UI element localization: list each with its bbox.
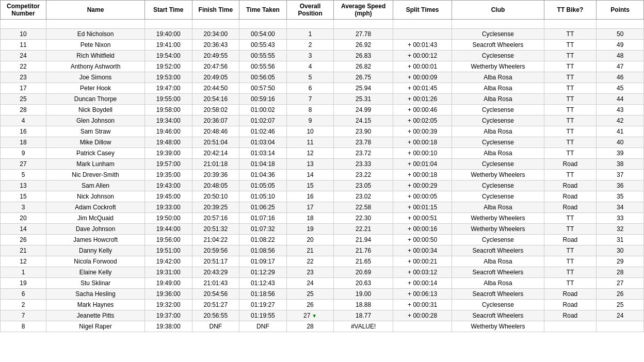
cell-competitor-number: 7 [1,310,46,321]
cell-club: Wetherby Wheelers [452,224,544,235]
cell-competitor-number: 21 [1,245,46,256]
cell-average-speed: 24.15 [334,116,393,126]
cell-time-taken: 01:07:32 [239,224,287,235]
cell-tt-bike: Road [544,159,597,170]
cell-tt-bike: TT [544,61,597,72]
cell-name: Elaine Kelly [46,267,145,278]
cell-start-time: 19:44:00 [144,224,192,235]
cell-name: Duncan Thorpe [46,94,145,105]
cell-overall-position: 25 [286,289,334,300]
cell-competitor-number: 8 [1,321,46,332]
cell-name: Sam Straw [46,126,145,137]
cell-points: 43 [597,105,644,116]
cell-club: Cyclesense [452,235,544,245]
cell-name: Nick Johnson [46,191,145,202]
cell-overall-position: 8 [286,105,334,116]
cell-tt-bike: TT [544,267,597,278]
cell-finish-time: DNF [192,321,239,332]
cell-average-speed: 22.58 [334,202,393,213]
cell-time-taken: 01:19:27 [239,300,287,310]
cell-finish-time: 20:51:32 [192,224,239,235]
cell-competitor-number: 9 [1,148,46,159]
cell-time-taken: 00:54:00 [239,29,287,40]
cell-club: Seacroft Wheelers [452,310,544,321]
cell-tt-bike: TT [544,51,597,61]
cell-finish-time: 20:51:17 [192,256,239,267]
cell-split-times: + 00:00:21 [393,256,452,267]
cell-points: 48 [597,51,644,61]
cell-name: Dave Johnson [46,224,145,235]
cell-points: 36 [597,180,644,191]
cell-average-speed: 23.22 [334,170,393,180]
cell-time-taken: 01:02:46 [239,126,287,137]
cell-time-taken: 01:09:17 [239,256,287,267]
cell-tt-bike: Road [544,202,597,213]
cell-start-time: 19:51:00 [144,245,192,256]
cell-overall-position: 1 [286,29,334,40]
cell-split-times: + 00:06:13 [393,289,452,300]
table-row: 15Nick Johnson19:45:0020:50:1001:05:1016… [1,191,644,202]
cell-club: Cyclesense [452,29,544,40]
cell-name: Peter Hook [46,83,145,94]
cell-tt-bike: TT [544,256,597,267]
cell-competitor-number: 20 [1,213,46,224]
cell-split-times: + 00:00:18 [393,137,452,148]
cell-time-taken: 01:08:22 [239,235,287,245]
cell-tt-bike: TT [544,83,597,94]
cell-time-taken: 00:55:56 [239,61,287,72]
header-overall-position: Overall Position [286,1,334,20]
cell-average-speed: 25.94 [334,83,393,94]
table-row: 22Anthony Ashworth19:52:0020:47:5600:55:… [1,61,644,72]
cell-start-time: 19:48:00 [144,137,192,148]
cell-club: Cyclesense [452,105,544,116]
cell-finish-time: 20:42:14 [192,148,239,159]
cell-name: Stu Sklinar [46,278,145,289]
table-row: 16Sam Straw19:46:0020:48:4601:02:461023.… [1,126,644,137]
cell-competitor-number: 4 [1,116,46,126]
cell-finish-time: 20:59:56 [192,245,239,256]
table-row: 25Duncan Thorpe19:55:0020:54:1600:59:167… [1,94,644,105]
cell-competitor-number: 12 [1,256,46,267]
table-row: 17Peter Hook19:47:0020:44:5000:57:50625.… [1,83,644,94]
cell-competitor-number: 11 [1,40,46,51]
table-row: 19Stu Sklinar19:49:0021:01:4301:12:43242… [1,278,644,289]
header-finish-time: Finish Time [192,1,239,20]
cell-points: 44 [597,94,644,105]
cell-finish-time: 20:50:10 [192,191,239,202]
cell-split-times: + 00:00:34 [393,245,452,256]
cell-split-times: + 00:03:12 [393,267,452,278]
cell-club: Alba Rosa [452,94,544,105]
cell-split-times [393,29,452,40]
cell-finish-time: 20:39:25 [192,202,239,213]
cell-competitor-number: 2 [1,300,46,310]
cell-start-time: 19:34:00 [144,116,192,126]
cell-split-times: + 00:01:45 [393,83,452,94]
cell-overall-position: 16 [286,191,334,202]
cell-start-time: 19:43:00 [144,180,192,191]
cell-club: Alba Rosa [452,72,544,83]
cell-competitor-number: 24 [1,51,46,61]
cell-split-times: + 00:00:05 [393,191,452,202]
cell-tt-bike: TT [544,137,597,148]
cell-name: Mike Dillow [46,137,145,148]
cell-split-times: + 00:00:50 [393,235,452,245]
cell-name: Nigel Raper [46,321,145,332]
cell-name: Pete Nixon [46,40,145,51]
cell-finish-time: 20:57:16 [192,213,239,224]
cell-average-speed: 18.77 [334,310,393,321]
header-name: Name [46,1,145,20]
cell-name: Glen Johnson [46,116,145,126]
cell-points: 25 [597,300,644,310]
cell-name: Patrick Casey [46,148,145,159]
table-row: 3Adam Cockroft19:33:0020:39:2501:06:2517… [1,202,644,213]
table-row: 26James Howcroft19:56:0021:04:2201:08:22… [1,235,644,245]
cell-competitor-number: 13 [1,180,46,191]
cell-start-time: 19:35:00 [144,170,192,180]
cell-time-taken: 00:57:50 [239,83,287,94]
table-row: 21Danny Kelly19:51:0020:59:5601:08:56212… [1,245,644,256]
cell-finish-time: 21:04:22 [192,235,239,245]
cell-finish-time: 20:39:36 [192,170,239,180]
cell-name: Adam Cockroft [46,202,145,213]
cell-overall-position: 28 [286,321,334,332]
cell-club: Cyclesense [452,137,544,148]
